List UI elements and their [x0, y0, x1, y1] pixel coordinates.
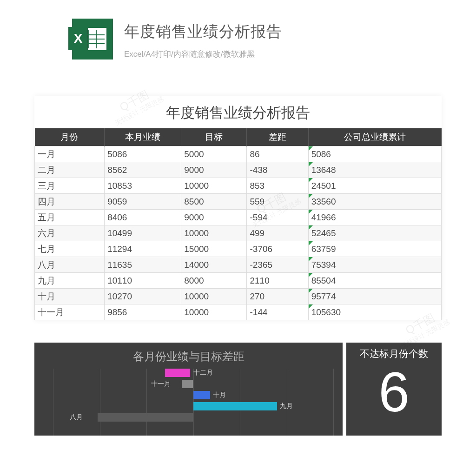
excel-icon-letter: X	[68, 27, 88, 50]
table-cell: 10853	[105, 178, 181, 194]
table-cell: 8500	[181, 194, 247, 210]
table-cell: 四月	[35, 194, 105, 210]
table-cell: 9856	[105, 304, 181, 320]
table-row: 九月101108000211085504	[35, 273, 442, 289]
table-cell: 9000	[181, 162, 247, 178]
table-cell: -2365	[247, 257, 308, 273]
table-cell-cumulative: 13648	[308, 162, 441, 178]
document-header: X 年度销售业绩分析报告 Excel/A4打印/内容随意修改/微软雅黑	[0, 0, 476, 60]
table-cell: 5000	[181, 146, 247, 162]
table-cell: 10000	[181, 225, 247, 241]
formula-indicator-icon	[309, 289, 313, 293]
table-cell: -438	[247, 162, 308, 178]
col-header-diff: 差距	[247, 128, 308, 146]
table-cell-cumulative: 63759	[308, 241, 441, 257]
excel-icon: X	[72, 19, 113, 60]
table-cell: 11294	[105, 241, 181, 257]
formula-indicator-icon	[309, 194, 313, 198]
table-cell: 十一月	[35, 304, 105, 320]
table-cell: 86	[247, 146, 308, 162]
chart-area: 各月份业绩与目标差距 十二月十一月十月九月八月 不达标月份个数 6	[34, 343, 442, 436]
chart-bar-row: 八月	[53, 413, 333, 422]
table-cell-cumulative: 24501	[308, 178, 441, 194]
table-cell: 10000	[181, 289, 247, 304]
formula-indicator-icon	[309, 146, 313, 151]
chart-bar-row: 十一月	[53, 380, 333, 388]
col-header-perf: 本月业绩	[105, 128, 181, 146]
table-row: 十月102701000027095774	[35, 289, 442, 304]
page-subtitle: Excel/A4打印/内容随意修改/微软雅黑	[124, 49, 282, 60]
table-cell: 一月	[35, 146, 105, 162]
table-cell: 十月	[35, 289, 105, 304]
formula-indicator-icon	[309, 178, 313, 182]
chart-bar-label: 八月	[70, 413, 83, 422]
table-cell: 15000	[181, 241, 247, 257]
table-cell: 六月	[35, 225, 105, 241]
table-cell-cumulative: 5086	[308, 146, 441, 162]
col-header-month: 月份	[35, 128, 105, 146]
kpi-panel: 不达标月份个数 6	[346, 343, 442, 436]
table-cell-cumulative: 33560	[308, 194, 441, 210]
chart-bar-row: 十二月	[53, 369, 333, 377]
formula-indicator-icon	[309, 304, 313, 309]
table-cell: 10270	[105, 289, 181, 304]
table-cell: 11635	[105, 257, 181, 273]
chart-bar	[165, 369, 190, 377]
table-cell: 14000	[181, 257, 247, 273]
col-header-cum: 公司总业绩累计	[308, 128, 441, 146]
table-cell: 八月	[35, 257, 105, 273]
chart-bar-label: 十月	[213, 391, 226, 399]
table-row: 七月1129415000-370663759	[35, 241, 442, 257]
chart-bar-row: 九月	[53, 402, 333, 410]
table-cell: 8406	[105, 210, 181, 225]
chart-bar-label: 十一月	[151, 380, 171, 388]
table-row: 二月85629000-43813648	[35, 162, 442, 178]
page-title: 年度销售业绩分析报告	[124, 21, 282, 42]
table-cell-cumulative: 95774	[308, 289, 441, 304]
table-cell: 9059	[105, 194, 181, 210]
sales-table: 月份 本月业绩 目标 差距 公司总业绩累计 一月50865000865086二月…	[34, 128, 442, 320]
table-cell: -3706	[247, 241, 308, 257]
formula-indicator-icon	[309, 210, 313, 214]
chart-bar-row: 十月	[53, 391, 333, 399]
table-row: 八月1163514000-236575394	[35, 257, 442, 273]
table-cell: 10000	[181, 304, 247, 320]
chart-bar	[193, 391, 210, 399]
kpi-title: 不达标月份个数	[346, 347, 442, 360]
formula-indicator-icon	[309, 162, 313, 166]
chart-bar	[182, 380, 193, 388]
table-cell: 9000	[181, 210, 247, 225]
formula-indicator-icon	[309, 273, 313, 277]
table-row: 一月50865000865086	[35, 146, 442, 162]
table-cell: 三月	[35, 178, 105, 194]
table-cell: 2110	[247, 273, 308, 289]
table-row: 四月9059850055933560	[35, 194, 442, 210]
formula-indicator-icon	[309, 257, 313, 261]
table-cell-cumulative: 52465	[308, 225, 441, 241]
table-cell: 九月	[35, 273, 105, 289]
header-text-block: 年度销售业绩分析报告 Excel/A4打印/内容随意修改/微软雅黑	[124, 19, 282, 60]
chart-bar	[98, 413, 193, 422]
table-cell: 270	[247, 289, 308, 304]
table-row: 六月104991000049952465	[35, 225, 442, 241]
table-cell: 10110	[105, 273, 181, 289]
chart-bar-label: 十二月	[193, 369, 213, 377]
chart-bar-label: 九月	[280, 402, 293, 410]
table-row: 三月108531000085324501	[35, 178, 442, 194]
table-cell: 七月	[35, 241, 105, 257]
table-row: 十一月985610000-144105630	[35, 304, 442, 320]
col-header-target: 目标	[181, 128, 247, 146]
table-row: 五月84069000-59441966	[35, 210, 442, 225]
table-cell: 二月	[35, 162, 105, 178]
table-cell: 10000	[181, 178, 247, 194]
formula-indicator-icon	[309, 241, 313, 245]
table-cell-cumulative: 85504	[308, 273, 441, 289]
diff-chart-panel: 各月份业绩与目标差距 十二月十一月十月九月八月	[34, 343, 343, 436]
sheet-title: 年度销售业绩分析报告	[34, 96, 442, 128]
table-cell: 10499	[105, 225, 181, 241]
spreadsheet-preview: 年度销售业绩分析报告 月份 本月业绩 目标 差距 公司总业绩累计 一月50865…	[34, 96, 442, 320]
table-cell: 5086	[105, 146, 181, 162]
kpi-value: 6	[346, 364, 442, 420]
table-cell-cumulative: 75394	[308, 257, 441, 273]
chart-bar	[193, 402, 278, 410]
